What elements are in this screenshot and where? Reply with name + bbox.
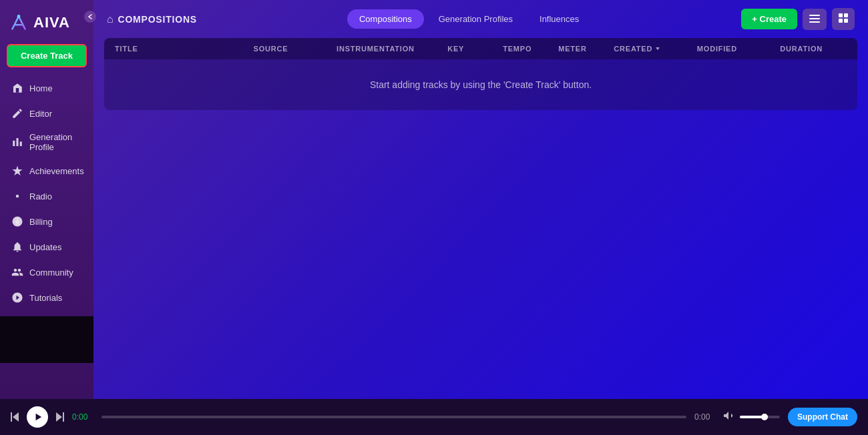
top-right-actions: + Create <box>741 8 855 30</box>
sidebar-item-generation-profile[interactable]: Generation Profile <box>3 127 91 157</box>
generation-profile-icon <box>11 135 24 149</box>
sidebar-item-editor[interactable]: Editor <box>3 101 91 125</box>
sidebar-item-editor-label: Editor <box>29 109 52 119</box>
col-created: CREATED <box>614 45 697 53</box>
sidebar-item-home[interactable]: Home <box>3 76 91 100</box>
sidebar-thumbnail <box>0 316 93 363</box>
sidebar-item-tutorials-label: Tutorials <box>29 293 62 303</box>
svg-rect-9 <box>844 19 848 23</box>
svg-rect-8 <box>839 19 843 23</box>
current-time: 0:00 <box>72 412 93 422</box>
svg-rect-4 <box>809 18 820 19</box>
compositions-table: TITLE SOURCE INSTRUMENTATION KEY TEMPO M… <box>104 38 857 110</box>
previous-button[interactable] <box>11 412 20 422</box>
progress-bar[interactable] <box>101 416 686 418</box>
svg-point-2 <box>13 217 23 227</box>
sidebar-item-radio-label: Radio <box>29 191 52 201</box>
logo: AIVA <box>0 7 93 41</box>
empty-message: Start adding tracks by using the 'Create… <box>104 59 857 110</box>
home-breadcrumb-icon: ⌂ <box>107 13 114 25</box>
sidebar-item-radio[interactable]: Radio <box>3 184 91 208</box>
app-name: AIVA <box>33 14 70 31</box>
tab-influences[interactable]: Influences <box>527 9 591 29</box>
radio-icon <box>11 189 24 203</box>
svg-rect-11 <box>63 412 64 422</box>
svg-point-1 <box>16 195 19 198</box>
community-icon <box>11 266 24 279</box>
sidebar-collapse-button[interactable] <box>84 11 96 23</box>
col-instrumentation: INSTRUMENTATION <box>337 45 447 53</box>
sidebar-nav: Home Editor Generation Profile <box>0 75 93 342</box>
col-tempo: TEMPO <box>503 45 558 53</box>
sidebar-item-community-label: Community <box>29 268 73 278</box>
svg-rect-10 <box>11 412 12 422</box>
support-chat-button[interactable]: Support Chat <box>788 408 857 426</box>
svg-rect-6 <box>839 13 843 17</box>
svg-point-0 <box>17 15 21 18</box>
create-track-button[interactable]: Create Track <box>7 44 87 67</box>
sidebar-item-billing-label: Billing <box>29 217 53 227</box>
home-icon <box>11 81 24 95</box>
svg-rect-5 <box>809 21 820 23</box>
volume-icon <box>724 411 736 423</box>
grid-view-button[interactable] <box>832 8 855 30</box>
sidebar-item-generation-profile-label: Generation Profile <box>29 132 83 152</box>
sidebar-item-updates-label: Updates <box>29 242 61 252</box>
total-time: 0:00 <box>694 412 716 422</box>
sidebar-item-updates[interactable]: Updates <box>3 235 91 259</box>
achievements-icon <box>11 164 24 177</box>
volume-section <box>724 411 780 423</box>
next-button[interactable] <box>55 412 64 422</box>
col-meter: METER <box>558 45 614 53</box>
main-content: ⌂ COMPOSITIONS Compositions Generation P… <box>93 0 868 399</box>
play-button[interactable] <box>27 406 48 428</box>
sidebar-item-billing[interactable]: Billing <box>3 209 91 234</box>
svg-rect-3 <box>809 15 820 16</box>
create-button[interactable]: + Create <box>741 9 797 29</box>
svg-rect-7 <box>844 13 848 17</box>
table-header: TITLE SOURCE INSTRUMENTATION KEY TEMPO M… <box>104 38 857 59</box>
list-view-button[interactable] <box>803 9 827 30</box>
nav-tabs: Compositions Generation Profiles Influen… <box>347 9 591 29</box>
tutorials-icon <box>11 291 24 304</box>
breadcrumb: ⌂ COMPOSITIONS <box>107 13 197 25</box>
tab-generation-profiles[interactable]: Generation Profiles <box>427 9 525 29</box>
col-modified: MODIFIED <box>697 45 781 53</box>
player-bar: 0:00 0:00 Support Chat <box>0 399 868 435</box>
sidebar-item-community[interactable]: Community <box>3 260 91 284</box>
col-source: SOURCE <box>254 45 337 53</box>
col-title: TITLE <box>115 45 254 53</box>
top-bar: ⌂ COMPOSITIONS Compositions Generation P… <box>93 0 868 38</box>
sidebar-item-tutorials[interactable]: Tutorials <box>3 286 91 310</box>
player-controls <box>11 406 64 428</box>
sidebar-item-home-label: Home <box>29 83 53 93</box>
tab-compositions[interactable]: Compositions <box>347 9 424 29</box>
sidebar-item-achievements[interactable]: Achievements <box>3 159 91 183</box>
volume-thumb <box>761 414 768 420</box>
sidebar-item-achievements-label: Achievements <box>29 166 84 176</box>
updates-icon <box>11 240 24 254</box>
col-duration: DURATION <box>780 45 847 53</box>
breadcrumb-label: COMPOSITIONS <box>118 14 197 25</box>
col-key: KEY <box>447 45 503 53</box>
billing-icon <box>11 215 24 228</box>
editor-icon <box>11 107 24 120</box>
volume-bar[interactable] <box>740 416 780 418</box>
